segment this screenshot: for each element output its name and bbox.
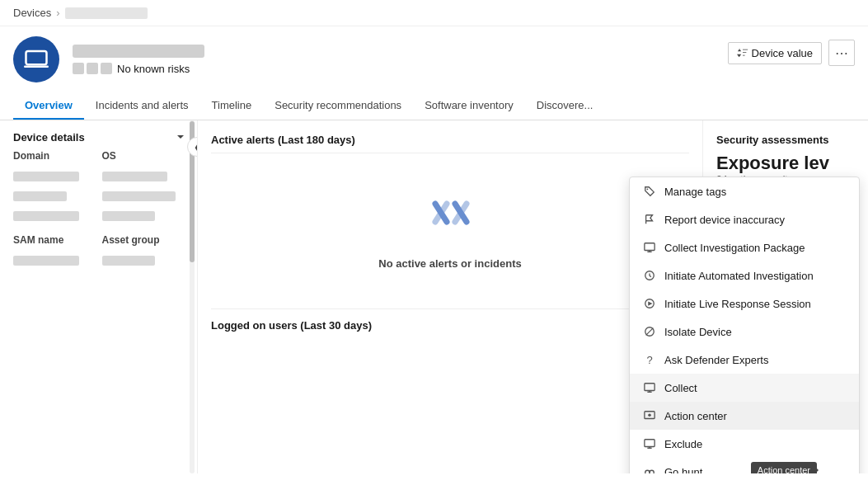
dropdown-exclude[interactable]: Exclude [630, 430, 859, 458]
monitor-x-icon [643, 437, 656, 450]
breadcrumb-current [65, 7, 148, 19]
device-header: No known risks Device value ⋯ [0, 26, 868, 82]
device-value-label: Device value [752, 47, 813, 59]
os-value-blur [102, 172, 168, 181]
tab-discovered[interactable]: Discovere... [525, 92, 605, 120]
breadcrumb-sep: › [56, 7, 59, 19]
tab-overview[interactable]: Overview [13, 92, 84, 120]
collect-label: Collect [664, 382, 697, 394]
sam-value-blur [13, 256, 79, 266]
active-alerts-title: Active alerts (Last 180 days) [211, 134, 689, 153]
dropdown-isolate-device[interactable]: Isolate Device [630, 318, 859, 346]
tab-bar: Overview Incidents and alerts Timeline S… [0, 92, 868, 120]
binoculars-icon [643, 465, 656, 473]
tag-icon [643, 185, 656, 198]
domain-value-blur2 [13, 191, 67, 201]
sidebar-collapse-chevron[interactable] [174, 130, 187, 144]
device-details-sidebar: Device details ❮ Domain OS SAM name Asse… [0, 120, 198, 473]
report-inaccuracy-label: Report device inaccuracy [664, 214, 785, 226]
domain-value-blur [13, 172, 79, 181]
question-icon: ? [643, 353, 656, 366]
center-panel: Active alerts (Last 180 days) No active … [198, 120, 703, 473]
logged-users-title: Logged on users (Last 30 days) [211, 308, 689, 332]
play-circle-icon [643, 297, 656, 310]
exclude-label: Exclude [664, 438, 702, 450]
dropdown-initiate-live[interactable]: Initiate Live Response Session [630, 290, 859, 318]
os-value-blur2 [102, 191, 176, 201]
dropdown-action-center[interactable]: Action center [630, 402, 859, 430]
action-center-icon [643, 409, 656, 422]
domain-value-blur3 [13, 211, 79, 221]
svg-line-11 [646, 328, 654, 336]
exposure-level-text: Exposure lev [716, 153, 855, 174]
no-alerts-area: No active alerts or incidents [211, 163, 689, 295]
device-risk: No known risks [73, 63, 715, 75]
main-content: Device details ❮ Domain OS SAM name Asse… [0, 120, 868, 473]
ask-defender-label: Ask Defender Experts [664, 354, 768, 366]
os-value-blur3 [102, 211, 156, 221]
initiate-live-label: Initiate Live Response Session [664, 298, 811, 310]
header-actions: Device value ⋯ [728, 36, 855, 66]
svg-point-14 [648, 413, 651, 417]
initiate-automated-label: Initiate Automated Investigation [664, 270, 814, 282]
monitor-icon [643, 241, 656, 254]
svg-rect-0 [26, 51, 47, 64]
dropdown-go-hunt[interactable]: Go hunt [630, 458, 859, 473]
go-hunt-label: Go hunt [664, 466, 702, 474]
dropdown-report-inaccuracy[interactable]: Report device inaccuracy [630, 205, 859, 233]
domain-header: Domain [13, 150, 96, 165]
tab-incidents[interactable]: Incidents and alerts [84, 92, 200, 120]
svg-rect-15 [645, 440, 655, 447]
risk-label: No known risks [117, 63, 190, 75]
laptop-icon [24, 47, 49, 72]
collect-investigation-label: Collect Investigation Package [664, 242, 805, 254]
breadcrumb: Devices › [0, 0, 868, 26]
block-icon [643, 325, 656, 338]
manage-tags-label: Manage tags [664, 186, 726, 198]
svg-marker-9 [648, 301, 652, 305]
device-avatar [13, 36, 59, 82]
security-assessments-title: Security assessments [716, 134, 855, 146]
dropdown-collect-investigation[interactable]: Collect Investigation Package [630, 233, 859, 261]
svg-rect-12 [645, 384, 655, 391]
flag-icon [643, 213, 656, 226]
tab-timeline[interactable]: Timeline [200, 92, 264, 120]
dropdown-collect[interactable]: Collect [630, 374, 859, 402]
dropdown-initiate-automated[interactable]: Initiate Automated Investigation [630, 261, 859, 290]
svg-rect-6 [645, 243, 655, 251]
dropdown-menu: Manage tags Report device inaccuracy Col… [629, 177, 860, 473]
download-icon [643, 381, 656, 394]
sam-name-header: SAM name [13, 234, 96, 249]
dropdown-manage-tags[interactable]: Manage tags [630, 177, 859, 205]
os-header: OS [102, 150, 185, 165]
device-name-blurred [73, 45, 204, 58]
no-alerts-text: No active alerts or incidents [378, 257, 521, 270]
tab-software[interactable]: Software inventory [413, 92, 525, 120]
more-options-button[interactable]: ⋯ [828, 40, 855, 66]
tab-security-rec[interactable]: Security recommendations [263, 92, 413, 120]
svg-point-5 [647, 189, 649, 191]
asset-group-header: Asset group [102, 234, 185, 249]
device-info: No known risks [73, 45, 715, 75]
action-center-label: Action center [664, 410, 727, 422]
dropdown-ask-defender[interactable]: ? Ask Defender Experts [630, 346, 859, 374]
asset-value-blur [102, 256, 156, 266]
isolate-device-label: Isolate Device [664, 326, 732, 338]
no-alerts-icon [417, 189, 483, 247]
circle-arrow-icon [643, 269, 656, 282]
breadcrumb-root[interactable]: Devices [13, 7, 51, 19]
device-value-button[interactable]: Device value [728, 42, 822, 64]
sort-icon [737, 47, 748, 59]
sidebar-title: Device details [13, 131, 85, 144]
